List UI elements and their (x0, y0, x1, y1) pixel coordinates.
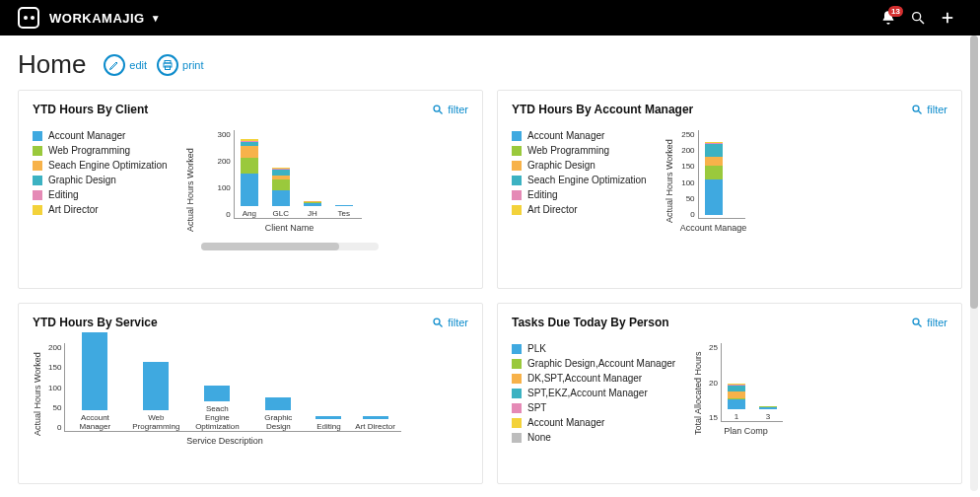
chart: Total Allocated Hours25201513Plan Comp (693, 343, 783, 443)
x-tick: JH (308, 209, 317, 218)
svg-point-9 (913, 106, 919, 111)
bar-group: Editing (315, 330, 341, 431)
legend-item: Web Programming (33, 145, 168, 156)
y-tick: 50 (52, 403, 61, 412)
y-tick: 100 (48, 384, 61, 392)
brand-name[interactable]: WORKAMAJIG (49, 11, 145, 26)
chart-scrollbar[interactable] (201, 243, 379, 250)
bar (315, 416, 341, 419)
card-ytd-service: YTD Hours By Service filter Actual Hours… (18, 303, 483, 484)
card-title: YTD Hours By Account Manager (512, 103, 693, 116)
y-axis-title: Actual Hours Worked (185, 130, 195, 250)
y-tick: 200 (48, 343, 61, 352)
x-tick: Graphic Design (254, 413, 302, 431)
legend-swatch (512, 161, 522, 171)
legend-item: None (512, 432, 675, 443)
add-icon[interactable] (933, 11, 962, 25)
y-axis-title: Total Allocated Hours (693, 343, 703, 443)
filter-label: filter (927, 104, 947, 115)
legend-label: Art Director (527, 204, 578, 215)
svg-line-1 (920, 20, 924, 24)
legend-swatch (512, 418, 522, 428)
svg-point-11 (434, 319, 440, 324)
pencil-icon (104, 54, 125, 76)
filter-label: filter (448, 104, 468, 115)
legend-label: Seach Engine Optimization (48, 160, 168, 171)
legend-label: Editing (48, 189, 79, 200)
legend-label: Graphic Design (527, 160, 595, 171)
edit-button[interactable]: edit (104, 54, 147, 76)
app-logo[interactable] (18, 7, 39, 29)
legend-item: Web Programming (512, 145, 647, 156)
legend-label: Graphic Design (48, 175, 116, 185)
legend-item: Account Manager (33, 130, 168, 141)
filter-link[interactable]: filter (432, 104, 468, 115)
legend-item: Art Director (33, 204, 168, 215)
filter-label: filter (448, 317, 468, 328)
legend-swatch (33, 176, 42, 185)
legend-label: Web Programming (48, 145, 130, 156)
bar-segment (705, 179, 723, 215)
bar-segment (335, 205, 353, 206)
legend-item: SPT (512, 402, 675, 413)
y-tick: 150 (48, 363, 61, 372)
svg-point-13 (913, 319, 919, 324)
bar-segment (272, 179, 290, 190)
y-axis-title: Actual Hours Worked (665, 130, 674, 233)
y-tick: 0 (57, 423, 61, 432)
bar-segment (759, 407, 777, 409)
svg-line-10 (919, 111, 922, 114)
page-title: Home (18, 49, 86, 80)
legend: Account ManagerWeb ProgrammingSeach Engi… (33, 130, 168, 250)
legend-item: Art Director (512, 204, 647, 215)
y-tick: 100 (217, 183, 230, 192)
print-button[interactable]: print (157, 54, 203, 76)
legend-swatch (512, 205, 522, 215)
filter-link[interactable]: filter (911, 317, 947, 328)
y-tick: 200 (217, 157, 230, 166)
search-icon[interactable] (903, 10, 933, 26)
filter-link[interactable]: filter (432, 317, 468, 328)
legend-swatch (33, 131, 42, 141)
x-axis-title: Account Manage (680, 223, 747, 233)
dashboard-grid: YTD Hours By Client filter Account Manag… (0, 90, 980, 496)
card-title: Tasks Due Today By Person (512, 316, 669, 329)
bar-group: Graphic Design (254, 321, 302, 431)
bar (143, 362, 169, 410)
page-scrollbar[interactable] (970, 36, 978, 491)
topbar: WORKAMAJIG ▼ 13 (0, 0, 980, 36)
legend-label: Editing (527, 189, 558, 200)
notification-badge: 13 (888, 6, 903, 17)
bar-segment (304, 203, 321, 206)
x-tick: Art Director (355, 422, 394, 431)
legend-item: Graphic Design (512, 160, 647, 171)
bar-segment (705, 144, 723, 157)
search-icon (432, 104, 444, 115)
x-tick: Tes (338, 209, 350, 218)
x-tick: GLC (273, 209, 289, 218)
chart: Actual Hours Worked250200150100500Accoun… (665, 130, 747, 233)
legend-swatch (512, 146, 522, 156)
filter-link[interactable]: filter (911, 104, 947, 115)
bar (265, 397, 291, 411)
x-axis-title: Plan Comp (724, 426, 768, 436)
legend-item: Editing (512, 189, 647, 200)
svg-point-0 (913, 13, 921, 21)
chart: Actual Hours Worked3002001000AngGLCJHTes… (185, 130, 379, 250)
legend-swatch (512, 190, 522, 200)
bar-segment (705, 166, 723, 179)
bar-group: Ang (241, 117, 258, 218)
legend: Account ManagerWeb ProgrammingGraphic De… (512, 130, 647, 233)
search-icon (432, 317, 444, 328)
x-axis-title: Client Name (265, 223, 315, 233)
legend-label: SPT,EKZ,Account Manager (527, 388, 648, 398)
notifications-icon[interactable]: 13 (874, 10, 903, 26)
legend-label: None (527, 432, 551, 443)
x-tick: Web Programming (132, 413, 179, 431)
chevron-down-icon[interactable]: ▼ (151, 13, 161, 24)
y-tick: 15 (709, 413, 718, 422)
legend-swatch (33, 190, 42, 200)
legend-item: Editing (33, 189, 168, 200)
legend-label: DK,SPT,Account Manager (527, 373, 642, 384)
legend-swatch (512, 374, 522, 384)
